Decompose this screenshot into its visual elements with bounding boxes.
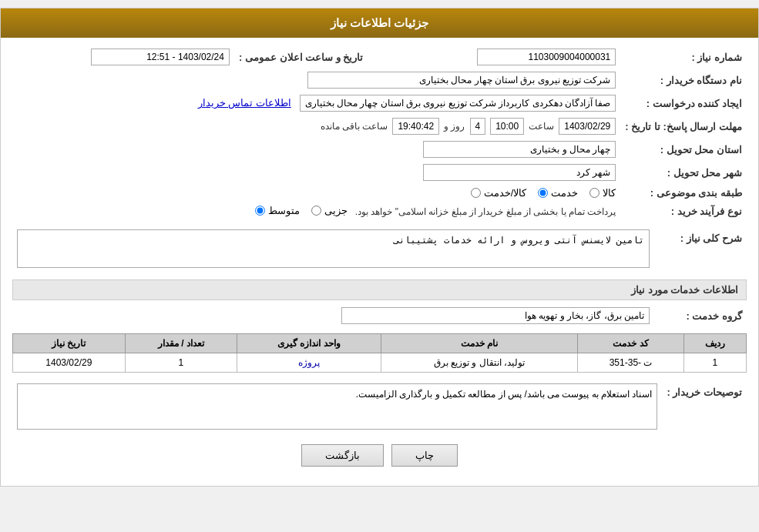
announcement-value: 1403/02/24 - 12:51 [91,49,230,65]
services-data-table: ردیف کد خدمت نام خدمت واحد اندازه گیری ت… [12,333,747,373]
col-header-quantity: تعداد / مقدار [125,334,237,353]
buyer-notes-label: توصیحات خریدار : [662,380,747,433]
need-desc-table: شرح کلی نیاز : تامین لایسنس آنتی ویروس و… [12,226,747,273]
button-row: چاپ بازگشت [12,444,747,467]
category-radio-group: کالا/خدمت خدمت کالا [17,187,616,199]
cell-date: 1403/02/29 [13,353,126,373]
cell-unit: پروژه [237,353,381,373]
radio-motavaset[interactable] [255,206,265,216]
buyer-notes-text: اسناد استعلام به پیوست می باشد/ پس از مط… [356,389,653,400]
buyer-org-value: شرکت توزیع نیروی برق استان چهار محال بخت… [307,72,616,89]
buyer-org-label: نام دستگاه خریدار : [620,69,747,92]
need-number-label: شماره نیاز : [620,45,747,69]
table-row: 1 ت -35-351 تولید، انتقال و توزیع برق پر… [13,353,747,373]
need-desc-wrapper: تامین لایسنس آنتی ویروس و ارائه خدمات پش… [17,229,650,270]
category-option-kala-khadamat[interactable]: کالا/خدمت [471,187,527,199]
category-label: طبقه بندی موضوعی : [620,184,747,202]
radio-khadamat[interactable] [538,188,548,198]
service-group-table: گروه خدمت : تامین برق، گاز، بخار و تهویه… [12,304,747,327]
purchase-type-desc: پرداخت تمام یا بخشی از مبلغ خریدار از مب… [355,206,616,217]
col-header-row-num: ردیف [683,334,746,353]
cell-service-code: ت -35-351 [578,353,683,373]
col-header-unit: واحد اندازه گیری [237,334,381,353]
city-label: شهر محل تحویل : [620,161,747,184]
category-option-khadamat[interactable]: خدمت [538,187,578,199]
services-table-body: 1 ت -35-351 تولید، انتقال و توزیع برق پر… [13,353,747,373]
radio-kala-khadamat[interactable] [471,188,481,198]
city-value: شهر کرد [423,164,616,181]
purchase-type-radio-group: متوسط جزیی [255,205,348,216]
radio-jozi[interactable] [311,206,321,216]
province-value: چهار محال و بختیاری [423,141,616,158]
need-number-value: 1103009004000031 [477,49,616,65]
back-button[interactable]: بازگشت [301,444,384,467]
buyer-notes-content: اسناد استعلام به پیوست می باشد/ پس از مط… [17,383,657,430]
deadline-time: 10:00 [490,118,524,135]
radio-kala[interactable] [589,188,599,198]
page-title: جزئیات اطلاعات نیاز [331,16,428,29]
cell-quantity: 1 [125,353,237,373]
deadline-time-label: ساعت [529,121,554,132]
deadline-date: 1403/02/29 [559,118,616,135]
creator-label: ایجاد کننده درخواست : [620,92,747,115]
creator-value: صفا آزادگان دهکردی کاربرداز شرکت توزیع ن… [300,95,616,112]
page-header: جزئیات اطلاعات نیاز [1,8,758,38]
purchase-type-label: نوع فرآیند خرید : [620,202,747,220]
cell-service-name: تولید، انتقال و توزیع برق [381,353,578,373]
print-button[interactable]: چاپ [391,444,458,467]
page-wrapper: جزئیات اطلاعات نیاز شماره نیاز : 1103009… [0,8,759,487]
need-desc-textarea[interactable]: تامین لایسنس آنتی ویروس و ارائه خدمات پش… [17,229,650,268]
purchase-type-jozi[interactable]: جزیی [311,205,348,216]
purchase-type-motavaset[interactable]: متوسط [255,205,300,216]
content-area: شماره نیاز : 1103009004000031 تاریخ و سا… [1,38,758,486]
cell-row-num: 1 [683,353,746,373]
announcement-label: تاریخ و ساعت اعلان عمومی : [234,45,368,69]
deadline-label: مهلت ارسال پاسخ: تا تاریخ : [620,115,747,138]
services-section-title: اطلاعات خدمات مورد نیاز [12,279,747,300]
col-header-service-code: کد خدمت [578,334,683,353]
deadline-days: 4 [470,118,486,135]
col-header-date: تاریخ نیاز [13,334,126,353]
col-header-service-name: نام خدمت [381,334,578,353]
province-label: استان محل تحویل : [620,138,747,161]
buyer-notes-table: توصیحات خریدار : اسناد استعلام به پیوست … [12,380,747,433]
service-group-label: گروه خدمت : [654,304,747,327]
services-table-head: ردیف کد خدمت نام خدمت واحد اندازه گیری ت… [13,334,747,353]
contact-link[interactable]: اطلاعات تماس خریدار [198,97,291,109]
category-option-kala[interactable]: کالا [589,187,616,199]
deadline-day-label: روز و [444,121,465,132]
top-info-table: شماره نیاز : 1103009004000031 تاریخ و سا… [12,45,747,220]
service-group-value: تامین برق، گاز، بخار و تهویه هوا [341,307,650,324]
need-desc-label: شرح کلی نیاز : [654,226,747,273]
deadline-remaining: 19:40:42 [392,118,439,135]
deadline-remaining-label: ساعت باقی مانده [321,121,388,132]
